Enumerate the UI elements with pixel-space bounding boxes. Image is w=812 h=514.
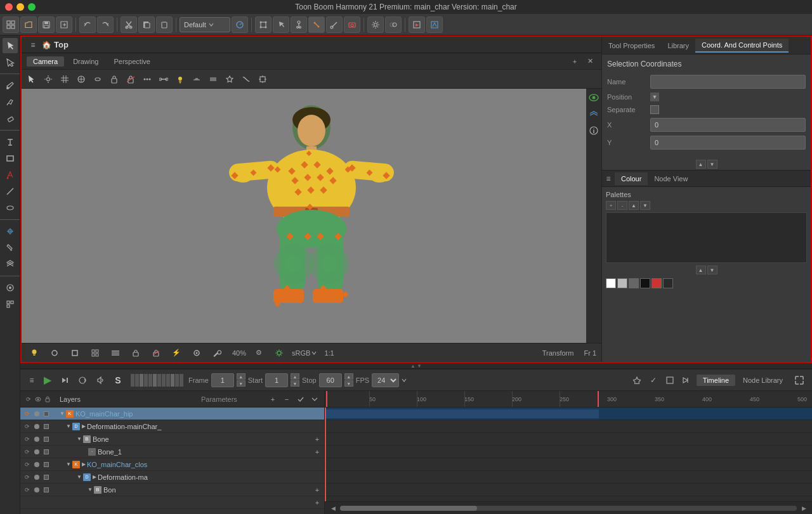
layer-tool[interactable] (3, 257, 18, 272)
settings-vp-tool[interactable] (41, 72, 56, 87)
swatch-white[interactable] (606, 278, 616, 288)
position-collapse-icon[interactable]: ▼ (650, 93, 659, 101)
layer-row-2[interactable]: ⟳ ▼ D ▶ Deformation-mainChar_ (20, 420, 324, 433)
viewport-menu-button[interactable]: ≡ (27, 39, 39, 51)
render-icon[interactable] (409, 16, 425, 33)
layer-7-arrow[interactable]: ▼ (86, 485, 94, 494)
fps-dropdown[interactable]: 24 25 30 (372, 373, 399, 387)
layer-3-arrow[interactable]: ▼ (75, 435, 83, 444)
layer-3-loop-icon[interactable]: ⟳ (23, 435, 32, 444)
open-icon[interactable] (20, 16, 37, 33)
check-btn[interactable]: ✓ (646, 373, 661, 388)
circle-footer-icon[interactable] (189, 345, 204, 361)
palette-down-icon[interactable]: ▼ (640, 201, 650, 210)
layer-2-arrow[interactable]: ▼ (65, 422, 72, 431)
swatch-black[interactable] (640, 278, 650, 288)
tab-timeline[interactable]: Timeline (697, 375, 735, 386)
grid-footer-icon[interactable] (88, 345, 103, 361)
layer-1-loop-icon[interactable]: ⟳ (23, 409, 32, 418)
layer-5-arrow[interactable]: ▼ (65, 460, 72, 469)
wrench-footer-icon[interactable] (209, 345, 225, 361)
palette-remove-icon[interactable]: - (617, 201, 627, 210)
start-down-icon[interactable]: ▼ (291, 380, 299, 387)
layers-loop-icon[interactable]: ⟳ (24, 395, 33, 404)
view-dropdown[interactable]: Default (180, 17, 230, 32)
tab-library[interactable]: Library (661, 39, 695, 52)
layer-5-vis-icon[interactable] (32, 460, 41, 469)
dots-vp-tool[interactable] (140, 72, 155, 87)
minimize-button[interactable] (16, 3, 24, 11)
camera-icon[interactable] (344, 16, 360, 33)
undo-icon[interactable] (79, 16, 96, 33)
separate-checkbox[interactable] (650, 105, 659, 114)
layer-row-3[interactable]: ⟳ ▼ B Bone + (20, 433, 324, 446)
next-frame-icon[interactable] (57, 373, 72, 388)
layer-7-lock-icon[interactable] (42, 485, 51, 494)
layer-7-loop-icon[interactable]: ⟳ (23, 485, 32, 494)
animate-icon[interactable] (232, 16, 248, 33)
save-icon[interactable] (38, 16, 55, 33)
rect-footer-icon[interactable] (67, 345, 82, 361)
list-footer-icon[interactable] (108, 345, 123, 361)
tab-node-library[interactable]: Node Library (737, 375, 789, 386)
layer-6-vis-icon[interactable] (32, 473, 41, 482)
lock-vp-tool[interactable] (107, 72, 122, 87)
bone-icon[interactable] (308, 16, 325, 33)
swatch-red[interactable] (652, 278, 662, 288)
layers-eye-icon[interactable] (34, 395, 43, 404)
layer-row-4[interactable]: ⟳ · Bone_1 + (20, 446, 324, 458)
layer-6-loop-icon[interactable]: ⟳ (23, 473, 32, 482)
camera-tool[interactable] (3, 280, 18, 295)
layer-3-lock-icon[interactable] (42, 435, 51, 444)
layers-add-icon[interactable]: + (267, 394, 278, 405)
eraser-tool[interactable] (3, 111, 18, 126)
start-up-icon[interactable]: ▲ (291, 373, 299, 380)
layers-lock-icon[interactable] (43, 395, 52, 404)
swatch-dark-gray[interactable] (629, 278, 639, 288)
palette-up-icon[interactable]: ▲ (629, 201, 639, 210)
stop-up-icon[interactable]: ▲ (344, 373, 353, 380)
layer-3-add-btn[interactable]: + (313, 435, 322, 444)
text-tool[interactable] (3, 134, 18, 150)
collapse-up-icon[interactable]: ▲ (696, 160, 706, 169)
layer-7-add-btn[interactable]: + (313, 485, 322, 494)
layer-4-loop-icon[interactable]: ⟳ (23, 447, 32, 456)
swipe-icon[interactable]: S (110, 373, 126, 388)
transform-vp-tool[interactable] (255, 72, 270, 87)
layers-remove-icon[interactable]: − (281, 394, 292, 405)
select-tool[interactable] (3, 38, 18, 53)
scroll-right-icon[interactable]: ▶ (799, 504, 808, 513)
layer-3-vis-icon[interactable] (32, 435, 41, 444)
cut-icon[interactable] (121, 16, 137, 33)
swatch-dark[interactable] (663, 278, 673, 288)
name-input[interactable] (650, 75, 806, 89)
inverse-kin-icon[interactable] (326, 16, 343, 33)
layer-4-vis-icon[interactable] (32, 447, 41, 456)
x-input[interactable]: 0 (650, 118, 806, 132)
collapse-down-icon[interactable]: ▼ (707, 160, 717, 169)
multi-tool[interactable] (3, 297, 18, 312)
layer-6-lock-icon[interactable] (42, 473, 51, 482)
paste-icon[interactable] (156, 16, 173, 33)
deform-tool[interactable] (3, 224, 18, 239)
stop-down-icon[interactable]: ▼ (344, 380, 353, 387)
bulb-footer-icon[interactable] (27, 345, 42, 361)
scroll-left-icon[interactable]: ◀ (329, 504, 337, 513)
onion-skin-icon[interactable] (385, 16, 402, 33)
line-vp-tool[interactable] (156, 72, 171, 87)
layer-row-6[interactable]: ⟳ ▼ D ▶ Deformation-ma (20, 471, 324, 484)
tab-colour[interactable]: Colour (615, 172, 648, 185)
stop-input[interactable] (319, 373, 342, 387)
marker-footer-icon[interactable] (47, 345, 62, 361)
bolt-footer-icon[interactable]: ⚡ (169, 345, 184, 361)
tab-drawing[interactable]: Drawing (67, 56, 105, 67)
layer-5-loop-icon[interactable]: ⟳ (23, 460, 32, 469)
colour-menu-icon[interactable]: ≡ (602, 172, 615, 185)
copy-icon[interactable] (138, 16, 155, 33)
play-button[interactable]: ▶ (41, 373, 55, 387)
layers-options-icon[interactable] (295, 394, 306, 405)
line-tool[interactable] (3, 184, 18, 199)
panel-separator[interactable]: ▲ ▼ (20, 363, 812, 368)
brush-tool[interactable] (3, 78, 18, 93)
bulb-vp-tool[interactable] (173, 72, 188, 87)
